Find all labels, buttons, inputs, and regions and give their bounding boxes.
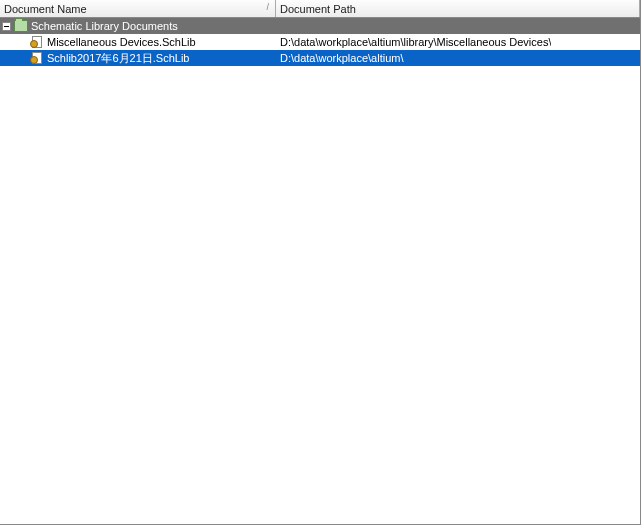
group-label: Schematic Library Documents xyxy=(31,20,178,32)
schlib-doc-icon xyxy=(30,35,44,49)
doc-name: Miscellaneous Devices.SchLib xyxy=(47,36,196,48)
group-row[interactable]: Schematic Library Documents xyxy=(0,18,640,34)
folder-icon xyxy=(14,20,28,32)
column-header-name-label: Document Name xyxy=(4,3,87,15)
schlib-doc-icon xyxy=(30,51,44,65)
column-header-path-label: Document Path xyxy=(280,3,356,15)
doc-path: D:\data\workplace\altium\ xyxy=(280,52,404,64)
doc-path: D:\data\workplace\altium\library\Miscell… xyxy=(280,36,551,48)
column-header-path[interactable]: Document Path xyxy=(276,0,640,17)
table-row[interactable]: Schlib2017年6月21日.SchLib D:\data\workplac… xyxy=(0,50,640,66)
collapse-icon[interactable] xyxy=(2,22,11,31)
column-header-name[interactable]: Document Name / xyxy=(0,0,276,17)
sort-indicator: / xyxy=(266,2,269,12)
tree-area[interactable]: Schematic Library Documents Miscellaneou… xyxy=(0,18,640,524)
doc-name: Schlib2017年6月21日.SchLib xyxy=(47,51,189,66)
table-row[interactable]: Miscellaneous Devices.SchLib D:\data\wor… xyxy=(0,34,640,50)
table-header: Document Name / Document Path xyxy=(0,0,640,18)
